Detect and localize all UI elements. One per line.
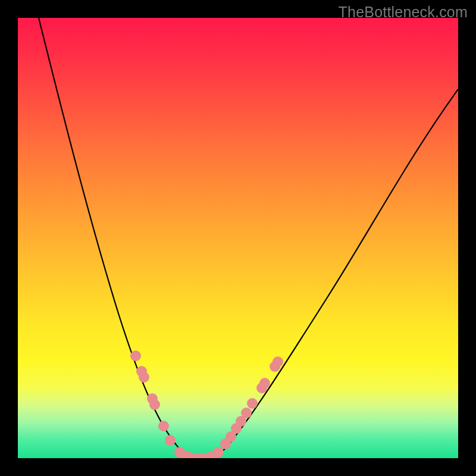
curve-markers	[130, 350, 283, 458]
data-point-marker	[139, 372, 149, 383]
data-point-marker	[158, 421, 169, 431]
data-point-marker	[247, 398, 258, 409]
curve-series	[39, 18, 458, 458]
data-point-marker	[241, 408, 252, 418]
data-point-marker	[273, 356, 283, 367]
chart-frame	[18, 18, 458, 458]
data-point-marker	[130, 350, 141, 361]
chart-plot	[18, 18, 458, 458]
data-point-marker	[259, 378, 270, 389]
data-point-marker	[165, 435, 176, 446]
data-point-marker	[213, 447, 224, 458]
data-point-marker	[149, 399, 160, 410]
curve-path	[39, 18, 458, 458]
